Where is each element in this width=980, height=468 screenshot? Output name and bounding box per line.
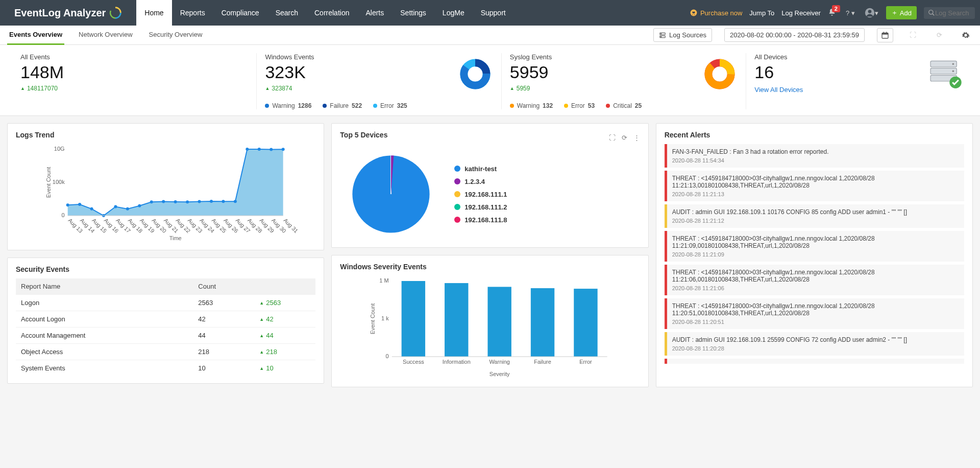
nav-compliance[interactable]: Compliance [213, 0, 267, 26]
svg-text:Severity: Severity [489, 371, 510, 377]
svg-point-30 [114, 205, 117, 208]
svg-text:Information: Information [443, 359, 471, 365]
syslog-donut-chart [704, 58, 736, 90]
svg-point-43 [270, 148, 273, 151]
log-search-input[interactable] [935, 9, 971, 17]
notification-badge: 2 [832, 5, 840, 12]
card-more-icon[interactable]: ⋮ [633, 134, 640, 142]
server-stack-icon [927, 56, 963, 92]
all-events-value: 148M [20, 63, 248, 82]
svg-line-4 [933, 14, 935, 16]
card-refresh-icon[interactable]: ⟳ [622, 134, 627, 142]
summary-syslog-events: Syslog Events 5959 5959 Warning 132Error… [501, 53, 746, 109]
logs-trend-title: Logs Trend [16, 131, 315, 139]
svg-text:Failure: Failure [534, 359, 552, 365]
table-row[interactable]: Account Management4444 [16, 327, 315, 344]
alert-item[interactable]: THREAT : <1459184718000>03f-cityhallgw1.… [665, 171, 964, 201]
jump-to-link[interactable]: Jump To [749, 9, 774, 17]
subtab-network-overview[interactable]: Network Overview [77, 26, 134, 45]
svg-text:1 M: 1 M [380, 277, 389, 284]
svg-point-33 [150, 201, 153, 204]
svg-point-22 [952, 63, 954, 65]
svg-rect-10 [882, 33, 888, 34]
windows-donut-chart [459, 58, 491, 90]
summary-row: All Events 148M 148117070 Windows Events… [0, 45, 980, 116]
svg-point-42 [258, 148, 261, 151]
card-fullscreen-icon[interactable]: ⛶ [609, 134, 616, 142]
legend-warning: Warning 132 [510, 102, 553, 109]
svg-text:Warning: Warning [489, 359, 510, 365]
user-icon[interactable]: ▾ [865, 6, 879, 20]
add-button[interactable]: ＋ Add [886, 6, 917, 19]
alert-item[interactable]: THREAT : <1459184718000>03f-cityhallgw1.… [665, 265, 964, 295]
logs-trend-chart: Event CountTimeAug 13Aug 14Aug 15Aug 16A… [16, 144, 315, 241]
date-range-input[interactable]: 2020-08-02 00:00:00 - 2020-08-31 23:59:5… [724, 28, 865, 42]
svg-point-40 [234, 200, 237, 203]
calendar-button[interactable] [877, 28, 893, 42]
svg-point-32 [138, 204, 141, 207]
table-row[interactable]: System Events1010 [16, 360, 315, 377]
nav-correlation[interactable]: Correlation [306, 0, 357, 26]
log-search[interactable] [924, 7, 975, 19]
nav-support[interactable]: Support [473, 0, 514, 26]
subtab-events-overview[interactable]: Events Overview [7, 26, 64, 45]
alert-item[interactable]: THREAT : <1459184718000>03f-cityhallgw1.… [665, 359, 964, 364]
all-events-label: All Events [20, 53, 248, 61]
notification-bell[interactable]: 2 [828, 8, 836, 18]
pie-legend-item: 192.168.111.8 [454, 216, 507, 224]
svg-point-28 [90, 207, 93, 210]
alert-item[interactable]: AUDIT : admin GUI 192.168.109.1 10176 CO… [665, 204, 964, 228]
svg-point-2 [868, 10, 872, 13]
svg-point-26 [66, 204, 69, 207]
svg-point-27 [78, 203, 81, 206]
legend-failure: Failure 522 [323, 102, 362, 109]
nav-home[interactable]: Home [136, 0, 172, 26]
topbar: EventLog Analyzer HomeReportsComplianceS… [0, 0, 980, 26]
all-events-delta: 148117070 [20, 85, 248, 92]
svg-point-39 [222, 200, 225, 203]
pie-legend-item: kathir-test [454, 165, 507, 173]
alert-item[interactable]: FAN-3-FAN_FAILED : Fan 3 had a rotation … [665, 144, 964, 168]
settings-icon[interactable] [959, 28, 973, 42]
fullscreen-icon[interactable]: ⛶ [905, 28, 920, 42]
svg-point-23 [952, 70, 954, 72]
nav-reports[interactable]: Reports [172, 0, 213, 26]
table-row[interactable]: Account Logon4242 [16, 311, 315, 327]
table-row[interactable]: Logon25632563 [16, 295, 315, 311]
view-all-devices-link[interactable]: View All Devices [754, 86, 803, 93]
legend-critical: Critical 25 [606, 102, 642, 109]
nav-search[interactable]: Search [267, 0, 306, 26]
calendar-icon [881, 31, 889, 39]
gear-icon [962, 31, 970, 39]
subtabs: Events OverviewNetwork OverviewSecurity … [0, 26, 980, 45]
alert-item[interactable]: AUDIT : admin GUI 192.168.109.1 25599 CO… [665, 332, 964, 356]
nav-settings[interactable]: Settings [392, 0, 434, 26]
help-icon[interactable]: ? ▾ [843, 6, 857, 20]
purchase-label: Purchase now [700, 9, 742, 17]
purchase-link[interactable]: Purchase now [690, 9, 742, 17]
top5-pie-chart [340, 148, 442, 240]
svg-point-37 [198, 200, 201, 203]
col-report-name: Report Name [16, 278, 193, 295]
alert-item[interactable]: THREAT : <1459184718000>03f-cityhallgw1.… [665, 231, 964, 262]
refresh-icon[interactable]: ⟳ [932, 28, 946, 42]
svg-point-36 [186, 201, 189, 204]
svg-rect-75 [531, 288, 554, 357]
security-events-table: Report Name Count Logon25632563Account L… [16, 278, 315, 376]
nav-logme[interactable]: LogMe [434, 0, 473, 26]
svg-point-3 [929, 10, 933, 14]
log-receiver-link[interactable]: Log Receiver [781, 9, 821, 17]
nav-alerts[interactable]: Alerts [357, 0, 392, 26]
svg-text:1 k: 1 k [381, 315, 389, 321]
table-row[interactable]: Object Access218218 [16, 344, 315, 360]
svg-text:Event Count: Event Count [370, 303, 376, 335]
subtab-security-overview[interactable]: Security Overview [147, 26, 205, 45]
alert-item[interactable]: THREAT : <1459184718000>03f-cityhallgw1.… [665, 298, 964, 329]
legend-error: Error 53 [564, 102, 595, 109]
top-right: Purchase now Jump To Log Receiver 2 ? ▾ … [690, 6, 975, 20]
log-sources-button[interactable]: Log Sources [653, 28, 712, 42]
svg-text:Time: Time [169, 235, 182, 241]
svg-rect-73 [445, 283, 468, 357]
windows-severity-card: Windows Severity Events SuccessInformati… [331, 255, 648, 387]
pie-legend-item: 1.2.3.4 [454, 178, 507, 185]
